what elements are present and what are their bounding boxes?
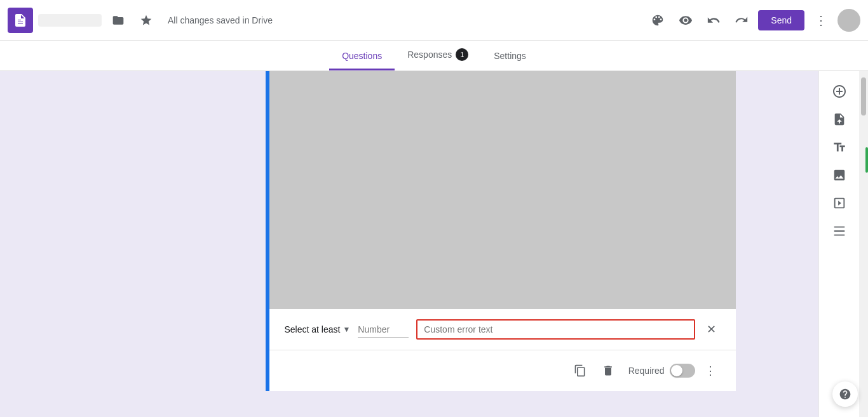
main-layout: Select at least ▼ ✕ R <box>0 71 868 417</box>
scrollbar-thumb <box>861 77 866 116</box>
right-panel <box>818 71 859 417</box>
footer-more-button[interactable]: ⋮ <box>698 358 723 383</box>
import-questions-button[interactable] <box>827 107 852 132</box>
dropdown-arrow-icon: ▼ <box>342 325 350 334</box>
footer-row: Required ⋮ <box>269 350 736 391</box>
scrollbar[interactable] <box>859 71 868 417</box>
left-panel <box>0 71 182 417</box>
add-section-button[interactable] <box>827 218 852 244</box>
gray-content-area <box>269 71 736 309</box>
toggle-knob <box>671 365 682 376</box>
folder-button[interactable] <box>107 9 130 32</box>
tab-questions[interactable]: Questions <box>329 43 395 70</box>
avatar <box>837 9 860 32</box>
delete-button[interactable] <box>595 358 621 383</box>
add-image-button[interactable] <box>827 162 852 188</box>
required-section: Required <box>628 364 695 378</box>
undo-button[interactable] <box>702 9 725 32</box>
add-title-button[interactable] <box>827 135 852 160</box>
palette-button[interactable] <box>646 9 669 32</box>
number-input[interactable] <box>358 322 409 338</box>
tabs-bar: Questions Responses 1 Settings <box>0 41 868 71</box>
help-button[interactable] <box>832 381 858 407</box>
add-video-button[interactable] <box>827 190 852 216</box>
error-text-input[interactable] <box>416 319 695 340</box>
validation-row: Select at least ▼ ✕ <box>269 309 736 350</box>
topbar: All changes saved in Drive Send ⋮ <box>0 0 868 41</box>
center-panel: Select at least ▼ ✕ R <box>182 71 818 417</box>
required-toggle[interactable] <box>670 364 695 378</box>
topbar-right: Send ⋮ <box>646 9 860 32</box>
star-button[interactable] <box>135 9 158 32</box>
more-options-button[interactable]: ⋮ <box>810 9 832 32</box>
response-indicator <box>865 147 868 173</box>
form-card: Select at least ▼ ✕ R <box>266 71 736 391</box>
send-button[interactable]: Send <box>758 10 804 30</box>
tab-responses[interactable]: Responses 1 <box>395 41 481 70</box>
preview-button[interactable] <box>674 9 697 32</box>
redo-button[interactable] <box>730 9 753 32</box>
saved-text: All changes saved in Drive <box>168 15 273 25</box>
add-question-button[interactable] <box>827 79 852 104</box>
topbar-left: All changes saved in Drive <box>8 8 641 33</box>
copy-button[interactable] <box>567 358 593 383</box>
close-validation-button[interactable]: ✕ <box>703 321 721 338</box>
required-label: Required <box>628 366 665 376</box>
app-icon <box>8 8 33 33</box>
select-at-least-dropdown[interactable]: Select at least ▼ <box>285 324 351 334</box>
responses-badge: 1 <box>456 48 468 61</box>
tab-settings[interactable]: Settings <box>481 43 539 70</box>
blue-strip <box>266 71 269 391</box>
doc-title <box>38 14 102 27</box>
